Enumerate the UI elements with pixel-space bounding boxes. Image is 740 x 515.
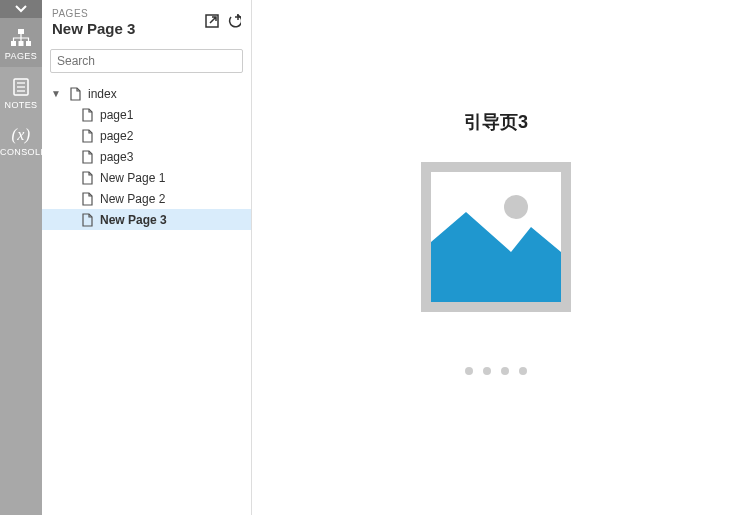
tree-item[interactable]: page2 [42,125,251,146]
carousel-dots [465,367,527,375]
tree-item-label: page1 [100,108,133,122]
tree-root-item[interactable]: ▼ index [42,83,251,104]
variable-icon: (x) [0,126,42,144]
page-icon [80,129,94,143]
notes-icon [11,77,31,97]
page-icon [80,192,94,206]
export-button[interactable] [205,14,219,31]
tree-item-label: New Page 2 [100,192,165,206]
svg-rect-0 [18,29,24,34]
image-placeholder-inner [431,172,561,302]
chevron-down-icon [14,4,28,14]
svg-rect-3 [26,41,31,46]
tree-item[interactable]: New Page 1 [42,167,251,188]
panel-section-label: PAGES [52,8,135,19]
add-page-button[interactable] [227,14,241,31]
rail-tab-notes[interactable]: NOTES [0,67,42,116]
rail-tab-label: PAGES [5,51,37,61]
tree-item-label: New Page 1 [100,171,165,185]
tree-item[interactable]: page1 [42,104,251,125]
rail-tab-console[interactable]: (x) CONSOLE [0,116,42,163]
canvas-page-title: 引导页3 [464,110,528,134]
sitemap-icon [10,28,32,48]
export-icon [205,14,219,28]
page-icon [80,213,94,227]
tree-item[interactable]: New Page 2 [42,188,251,209]
panel-title: New Page 3 [52,20,135,37]
canvas-area: 引导页3 [252,0,740,515]
tree-item-label: New Page 3 [100,213,167,227]
carousel-dot[interactable] [501,367,509,375]
panel-header: PAGES New Page 3 [42,0,251,43]
rail-collapse-toggle[interactable] [0,0,42,18]
left-rail: PAGES NOTES (x) CONSOLE [0,0,42,515]
tree-item-label: page2 [100,129,133,143]
rail-tab-label: CONSOLE [0,147,47,157]
tree-item-label: page3 [100,150,133,164]
tree-item-label: index [88,87,117,101]
tree-item-selected[interactable]: New Page 3 [42,209,251,230]
carousel-dot[interactable] [519,367,527,375]
page-icon [80,108,94,122]
page-tree: ▼ index page1 page2 page3 New Page 1 [42,79,251,515]
svg-rect-1 [11,41,16,46]
svg-rect-2 [19,41,24,46]
carousel-dot[interactable] [465,367,473,375]
page-icon [68,87,82,101]
rail-tab-label: NOTES [4,100,37,110]
tree-item[interactable]: page3 [42,146,251,167]
image-placeholder[interactable] [421,162,571,312]
rail-tab-pages[interactable]: PAGES [0,18,42,67]
svg-point-11 [504,195,528,219]
page-icon [80,150,94,164]
page-icon [80,171,94,185]
search-input[interactable] [50,49,243,73]
add-page-icon [227,14,241,28]
picture-icon [431,172,561,302]
pages-panel: PAGES New Page 3 ▼ [42,0,252,515]
tree-collapse-toggle[interactable]: ▼ [50,88,62,99]
carousel-dot[interactable] [483,367,491,375]
